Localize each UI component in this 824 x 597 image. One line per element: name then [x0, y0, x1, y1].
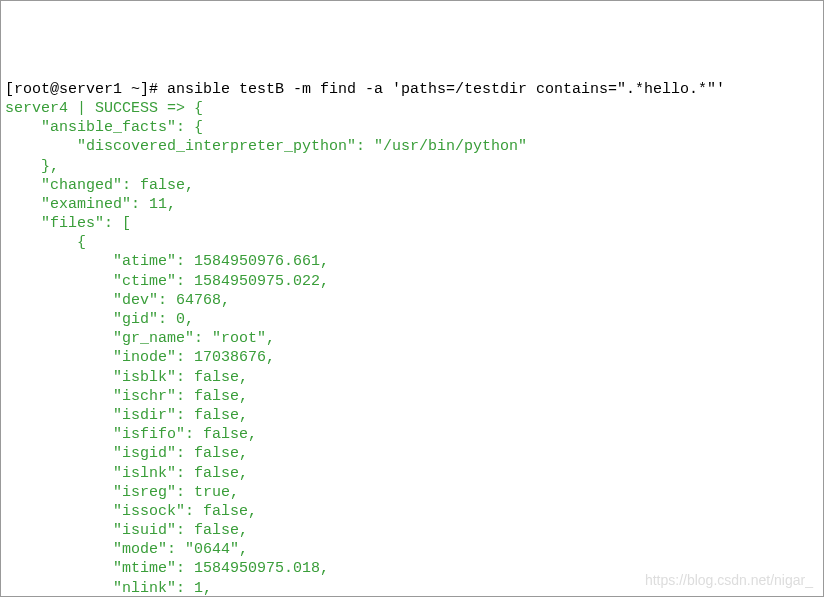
output-line: "mtime": 1584950975.018,: [5, 560, 329, 577]
output-line: "ctime": 1584950975.022,: [5, 273, 329, 290]
output-line: {: [5, 234, 86, 251]
output-line: "changed": false,: [5, 177, 194, 194]
output-line: "isfifo": false,: [5, 426, 257, 443]
command-prompt-line: [root@server1 ~]# ansible testB -m find …: [5, 81, 725, 98]
output-header: server4 | SUCCESS => {: [5, 100, 203, 117]
output-line: "inode": 17038676,: [5, 349, 275, 366]
output-line: "islnk": false,: [5, 465, 248, 482]
output-line: "isreg": true,: [5, 484, 239, 501]
output-line: "isblk": false,: [5, 369, 248, 386]
output-line: "nlink": 1,: [5, 580, 212, 597]
output-line: "mode": "0644",: [5, 541, 248, 558]
watermark-text: https://blog.csdn.net/nigar_: [645, 572, 813, 590]
output-line: "issock": false,: [5, 503, 257, 520]
output-line: "gid": 0,: [5, 311, 194, 328]
output-line: "isdir": false,: [5, 407, 248, 424]
output-line: "discovered_interpreter_python": "/usr/b…: [5, 138, 527, 155]
output-line: "dev": 64768,: [5, 292, 230, 309]
output-line: "isuid": false,: [5, 522, 248, 539]
output-line: "isgid": false,: [5, 445, 248, 462]
output-line: "atime": 1584950976.661,: [5, 253, 329, 270]
output-line: "examined": 11,: [5, 196, 176, 213]
output-line: "files": [: [5, 215, 131, 232]
output-line: "gr_name": "root",: [5, 330, 275, 347]
output-line: "ansible_facts": {: [5, 119, 203, 136]
output-line: "ischr": false,: [5, 388, 248, 405]
output-line: },: [5, 158, 59, 175]
